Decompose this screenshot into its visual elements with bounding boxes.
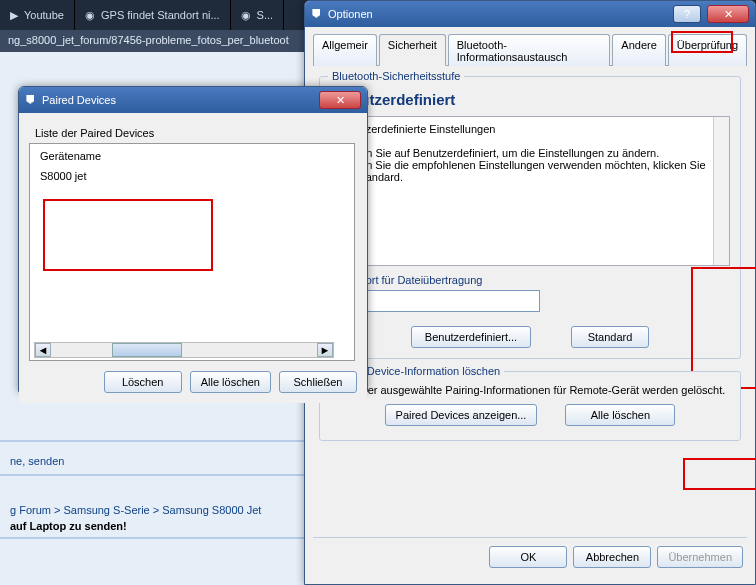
close-button[interactable]: ✕: [707, 5, 749, 23]
breadcrumb: g Forum > Samsung S-Serie > Samsung S800…: [10, 504, 261, 516]
group-paired-delete: Paired Device-Information löschen Alle o…: [319, 371, 741, 441]
browser-tab[interactable]: ◉ S...: [231, 0, 285, 30]
group-security-level: Bluetooth-Sicherheitsstufe Benutzerdefin…: [319, 76, 741, 359]
browser-tab-label: S...: [257, 9, 274, 21]
desc-line: Klicken Sie auf Benutzerdefiniert, um di…: [337, 147, 723, 159]
tab-other[interactable]: Andere: [612, 34, 665, 66]
window-title: Paired Devices: [42, 94, 116, 106]
column-header: Gerätename: [30, 144, 354, 168]
dialog-buttons: OK Abbrechen Übernehmen: [313, 537, 747, 576]
security-level: Benutzerdefiniert: [332, 91, 730, 108]
breadcrumb-link[interactable]: Samsung S-Serie: [64, 504, 150, 516]
group-legend: Bluetooth-Sicherheitsstufe: [328, 70, 464, 82]
description-box: Benutzerdefinierte Einstellungen Klicken…: [330, 116, 730, 266]
tab-security[interactable]: Sicherheit: [379, 34, 446, 66]
list-item[interactable]: S8000 jet: [30, 168, 354, 184]
bg-tags: ne, senden: [10, 455, 64, 467]
default-button[interactable]: Standard: [571, 326, 649, 348]
page-headline: auf Laptop zu senden!: [10, 520, 127, 532]
apply-button[interactable]: Übernehmen: [657, 546, 743, 568]
globe-icon: ◉: [241, 9, 251, 22]
close-dialog-button[interactable]: Schließen: [279, 371, 357, 393]
tab-bluetooth-info[interactable]: Bluetooth-Informationsaustausch: [448, 34, 611, 66]
paired-devices-window: ⛊ Paired Devices ✕ Liste der Paired Devi…: [18, 86, 368, 392]
divider: [0, 537, 310, 539]
breadcrumb-link[interactable]: g Forum: [10, 504, 51, 516]
device-list[interactable]: Gerätename S8000 jet ◄ ►: [29, 143, 355, 361]
tab-general[interactable]: Allgemeir: [313, 34, 377, 66]
scroll-right-icon[interactable]: ►: [317, 343, 333, 357]
scrollbar[interactable]: [713, 117, 729, 265]
tab-strip: Allgemeir Sicherheit Bluetooth-Informati…: [313, 33, 747, 66]
tab-check[interactable]: Überprüfung: [668, 34, 747, 66]
globe-icon: ◉: [85, 9, 95, 22]
highlight-box: [683, 458, 756, 490]
desc-line: - Wenn Sie die empfohlenen Einstellungen…: [337, 159, 723, 183]
browser-tab[interactable]: ◉ GPS findet Standort ni...: [75, 0, 231, 30]
scroll-left-icon[interactable]: ◄: [35, 343, 51, 357]
custom-button[interactable]: Benutzerdefiniert...: [411, 326, 531, 348]
browser-tab-label: Youtube: [24, 9, 64, 21]
divider: [0, 440, 310, 442]
app-icon: ⛊: [311, 8, 322, 20]
delete-all-button[interactable]: Alle löschen: [190, 371, 271, 393]
window-title: Optionen: [328, 8, 373, 20]
options-window: ⛊ Optionen ? ✕ Allgemeir Sicherheit Blue…: [304, 0, 756, 585]
cancel-button[interactable]: Abbrechen: [573, 546, 651, 568]
browser-tab[interactable]: ▶ Youtube: [0, 0, 75, 30]
app-icon: ⛊: [25, 94, 36, 106]
ok-button[interactable]: OK: [489, 546, 567, 568]
show-paired-button[interactable]: Paired Devices anzeigen...: [385, 404, 538, 426]
titlebar[interactable]: ⛊ Paired Devices ✕: [19, 87, 367, 113]
paired-text: Alle oder ausgewählte Pairing-Informatio…: [334, 384, 726, 396]
delete-all-button[interactable]: Alle löschen: [565, 404, 675, 426]
scrollbar-horizontal[interactable]: ◄ ►: [34, 342, 334, 358]
desc-line: Benutzerdefinierte Einstellungen: [337, 123, 723, 135]
delete-button[interactable]: Löschen: [104, 371, 182, 393]
password-label: Kennwort für Dateiübertragung: [332, 274, 730, 286]
close-button[interactable]: ✕: [319, 91, 361, 109]
list-label: Liste der Paired Devices: [29, 123, 357, 143]
browser-tab-label: GPS findet Standort ni...: [101, 9, 220, 21]
divider: [0, 474, 310, 476]
youtube-icon: ▶: [10, 9, 18, 22]
titlebar[interactable]: ⛊ Optionen ? ✕: [305, 1, 755, 27]
breadcrumb-link[interactable]: Samsung S8000 Jet: [162, 504, 261, 516]
help-button[interactable]: ?: [673, 5, 701, 23]
scroll-thumb[interactable]: [112, 343, 182, 357]
